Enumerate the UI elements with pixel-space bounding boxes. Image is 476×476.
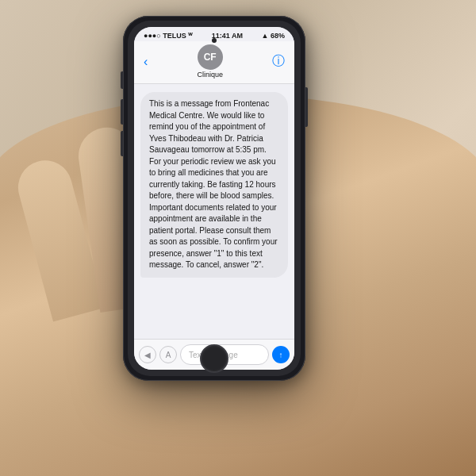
power-button (305, 87, 308, 127)
contact-header[interactable]: CF Clinique (197, 44, 223, 79)
scene: ●●●○ TELUS ᵂ 11:41 AM ▲ 68% ‹ CF Cliniqu… (0, 0, 476, 476)
back-button[interactable]: ‹ (140, 53, 151, 71)
front-camera (212, 38, 217, 43)
message-bubble: This is a message from Frontenac Medical… (140, 92, 288, 278)
home-button[interactable] (200, 344, 228, 373)
phone-inner: ●●●○ TELUS ᵂ 11:41 AM ▲ 68% ‹ CF Cliniqu… (128, 21, 301, 376)
volume-up-button (121, 99, 123, 125)
camera-icon[interactable]: ◀ (139, 346, 156, 363)
volume-down-button (121, 131, 123, 156)
screen: ●●●○ TELUS ᵂ 11:41 AM ▲ 68% ‹ CF Cliniqu… (134, 27, 294, 370)
app-store-icon[interactable]: A (159, 346, 177, 363)
send-button[interactable]: ↑ (272, 346, 290, 363)
status-battery: ▲ 68% (262, 32, 285, 40)
phone: ●●●○ TELUS ᵂ 11:41 AM ▲ 68% ‹ CF Cliniqu… (123, 16, 305, 381)
status-carrier: ●●●○ TELUS ᵂ (144, 32, 193, 40)
status-time: 11:41 AM (212, 32, 243, 40)
mute-button (121, 71, 123, 89)
navigation-bar: ‹ CF Clinique ⓘ (134, 41, 294, 84)
contact-avatar: CF (198, 44, 223, 70)
contact-name: Clinique (197, 71, 223, 79)
info-button[interactable]: ⓘ (269, 52, 288, 71)
messages-area[interactable]: This is a message from Frontenac Medical… (134, 84, 294, 339)
